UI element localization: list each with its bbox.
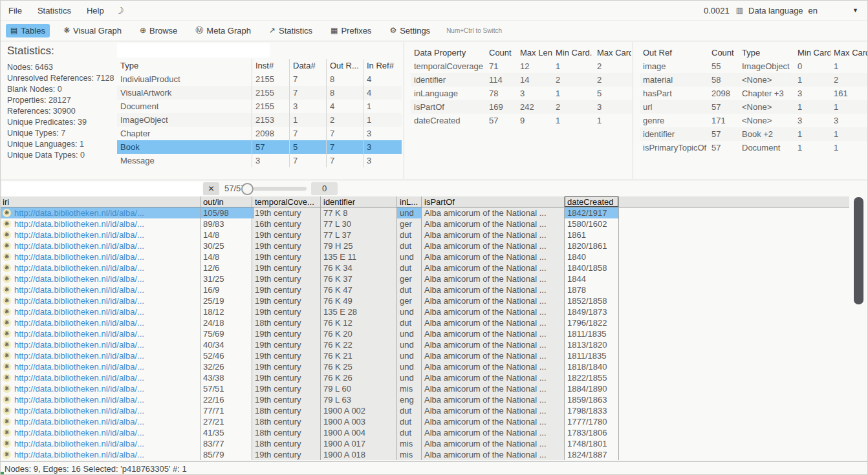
table-row[interactable]: ❋http://data.bibliotheken.nl/id/alba/...… bbox=[1, 218, 849, 229]
table-row[interactable]: ❋http://data.bibliotheken.nl/id/alba/...… bbox=[1, 317, 849, 328]
iri-link[interactable]: http://data.bibliotheken.nl/id/alba/... bbox=[14, 284, 144, 295]
table-row[interactable]: ❋http://data.bibliotheken.nl/id/alba/...… bbox=[1, 361, 849, 372]
iri-link[interactable]: http://data.bibliotheken.nl/id/alba/... bbox=[14, 218, 144, 229]
type-row[interactable]: VisualArtwork2155784 bbox=[117, 86, 402, 100]
date-created-cell: 1822/1855 bbox=[564, 372, 618, 383]
out-ref-row[interactable]: identifier57Book +211 bbox=[640, 127, 867, 141]
iri-link[interactable]: http://data.bibliotheken.nl/id/alba/... bbox=[14, 251, 144, 262]
tab-visual-graph[interactable]: ❋ Visual Graph bbox=[59, 24, 126, 37]
iri-link[interactable]: http://data.bibliotheken.nl/id/alba/... bbox=[14, 273, 144, 284]
table-row[interactable]: ❋http://data.bibliotheken.nl/id/alba/...… bbox=[1, 328, 849, 339]
table-row[interactable]: ❋http://data.bibliotheken.nl/id/alba/...… bbox=[1, 207, 849, 218]
iri-link[interactable]: http://data.bibliotheken.nl/id/alba/... bbox=[14, 262, 144, 273]
web-icon: ❋ bbox=[3, 275, 11, 283]
column-header[interactable]: dateCreated bbox=[564, 196, 618, 207]
iri-link[interactable]: http://data.bibliotheken.nl/id/alba/... bbox=[14, 372, 144, 383]
iri-link[interactable]: http://data.bibliotheken.nl/id/alba/... bbox=[14, 240, 144, 251]
table-row[interactable]: ❋http://data.bibliotheken.nl/id/alba/...… bbox=[1, 416, 849, 427]
table-row[interactable]: ❋http://data.bibliotheken.nl/id/alba/...… bbox=[1, 295, 849, 306]
table-row[interactable]: ❋http://data.bibliotheken.nl/id/alba/...… bbox=[1, 240, 849, 251]
menu-help[interactable]: Help bbox=[87, 6, 104, 16]
tab-prefixes[interactable]: ▦ Prefixes bbox=[326, 24, 376, 37]
table-row[interactable]: ❋http://data.bibliotheken.nl/id/alba/...… bbox=[1, 229, 849, 240]
type-row[interactable]: Chapter2098773 bbox=[117, 127, 402, 140]
table-row[interactable]: ❋http://data.bibliotheken.nl/id/alba/...… bbox=[1, 427, 849, 438]
column-header[interactable]: iri bbox=[1, 196, 200, 207]
iri-link[interactable]: http://data.bibliotheken.nl/id/alba/... bbox=[14, 361, 144, 372]
tab-tables[interactable]: ▤ Tables bbox=[6, 24, 50, 37]
filter-input[interactable] bbox=[2, 182, 202, 196]
out-ref-row[interactable]: url57<None>11 bbox=[640, 100, 867, 114]
iri-link[interactable]: http://data.bibliotheken.nl/id/alba/... bbox=[14, 339, 144, 350]
table-row[interactable]: ❋http://data.bibliotheken.nl/id/alba/...… bbox=[1, 306, 849, 317]
type-row[interactable]: Document2155341 bbox=[117, 100, 402, 113]
out-ref-row[interactable]: hasPart2098Chapter +33161 bbox=[640, 87, 867, 100]
type-cell: 57 bbox=[252, 140, 289, 154]
tab-settings[interactable]: ⚙ Settings bbox=[385, 24, 435, 37]
out-ref-row[interactable]: image55ImageObject01 bbox=[640, 59, 867, 73]
out-ref-row[interactable]: genre171<None>33 bbox=[640, 114, 867, 127]
menu-file[interactable]: File bbox=[8, 6, 22, 16]
table-row[interactable]: ❋http://data.bibliotheken.nl/id/alba/...… bbox=[1, 383, 849, 394]
column-header[interactable]: inL... bbox=[396, 196, 421, 207]
data-property-row[interactable]: inLanguage78315 bbox=[411, 87, 632, 100]
type-row[interactable]: IndiviualProduct2155784 bbox=[117, 72, 402, 86]
type-row[interactable]: ImageObject2153121 bbox=[117, 113, 402, 127]
tab-browse[interactable]: ⊕ Browse bbox=[135, 24, 182, 37]
table-row[interactable]: ❋http://data.bibliotheken.nl/id/alba/...… bbox=[1, 405, 849, 416]
type-row[interactable]: Book57573 bbox=[117, 140, 402, 154]
table-row[interactable]: ❋http://data.bibliotheken.nl/id/alba/...… bbox=[1, 284, 849, 295]
iri-link[interactable]: http://data.bibliotheken.nl/id/alba/... bbox=[14, 306, 144, 317]
iri-link[interactable]: http://data.bibliotheken.nl/id/alba/... bbox=[14, 328, 144, 339]
data-language-value[interactable]: en bbox=[808, 6, 818, 16]
table-row[interactable]: ❋http://data.bibliotheken.nl/id/alba/...… bbox=[1, 438, 849, 449]
slider-handle[interactable] bbox=[241, 183, 254, 195]
type-search-input[interactable] bbox=[117, 43, 270, 58]
table-row[interactable]: ❋http://data.bibliotheken.nl/id/alba/...… bbox=[1, 449, 849, 460]
table-row[interactable]: ❋http://data.bibliotheken.nl/id/alba/...… bbox=[1, 273, 849, 284]
vertical-scrollbar[interactable] bbox=[854, 197, 863, 304]
statistics-item: References: 30900 bbox=[7, 106, 114, 117]
iri-link[interactable]: http://data.bibliotheken.nl/id/alba/... bbox=[14, 438, 144, 449]
iri-link[interactable]: http://data.bibliotheken.nl/id/alba/... bbox=[14, 405, 144, 416]
iri-link[interactable]: http://data.bibliotheken.nl/id/alba/... bbox=[14, 317, 144, 328]
table-row[interactable]: ❋http://data.bibliotheken.nl/id/alba/...… bbox=[1, 394, 849, 405]
iri-link[interactable]: http://data.bibliotheken.nl/id/alba/... bbox=[14, 416, 144, 427]
type-cell: 2098 bbox=[252, 127, 289, 140]
type-row[interactable]: Message3773 bbox=[117, 154, 402, 167]
clear-filter-button[interactable]: ✕ bbox=[203, 182, 219, 195]
iri-link[interactable]: http://data.bibliotheken.nl/id/alba/... bbox=[14, 394, 144, 405]
type-cell: 2155 bbox=[252, 100, 289, 113]
column-header[interactable]: out/in bbox=[200, 196, 252, 207]
menu-statistics[interactable]: Statistics bbox=[38, 6, 71, 16]
offset-spinner[interactable]: 0 bbox=[311, 182, 338, 195]
web-icon: ❋ bbox=[3, 209, 11, 217]
column-header[interactable]: isPartOf bbox=[421, 196, 564, 207]
table-row[interactable]: ❋http://data.bibliotheken.nl/id/alba/...… bbox=[1, 251, 849, 262]
temporal-coverage-cell: 19th century bbox=[252, 262, 320, 273]
tab-statistics[interactable]: ↗ Statistics bbox=[265, 24, 317, 37]
iri-link[interactable]: http://data.bibliotheken.nl/id/alba/... bbox=[14, 383, 144, 394]
column-header[interactable]: temporalCove... bbox=[252, 196, 320, 207]
iri-link[interactable]: http://data.bibliotheken.nl/id/alba/... bbox=[14, 207, 144, 218]
data-property-row[interactable]: identifier1141422 bbox=[411, 73, 632, 87]
slider-track[interactable] bbox=[254, 187, 307, 191]
iri-link[interactable]: http://data.bibliotheken.nl/id/alba/... bbox=[14, 350, 144, 361]
column-header[interactable]: identifier bbox=[320, 196, 396, 207]
iri-link[interactable]: http://data.bibliotheken.nl/id/alba/... bbox=[14, 229, 144, 240]
chevron-down-icon[interactable]: ▼ bbox=[852, 7, 858, 14]
out-ref-row[interactable]: material58<None>12 bbox=[640, 73, 867, 87]
iri-link[interactable]: http://data.bibliotheken.nl/id/alba/... bbox=[14, 427, 144, 438]
tab-meta-graph[interactable]: Ⓜ Meta Graph bbox=[191, 23, 255, 38]
moon-icon[interactable]: ☽ bbox=[114, 4, 125, 16]
data-property-row[interactable]: isPartOf16924223 bbox=[411, 100, 632, 114]
data-property-row[interactable]: temporalCoverage711212 bbox=[411, 59, 632, 73]
table-row[interactable]: ❋http://data.bibliotheken.nl/id/alba/...… bbox=[1, 350, 849, 361]
out-ref-row[interactable]: isPrimaryTopicOf57Document11 bbox=[640, 141, 867, 154]
data-property-row[interactable]: dateCreated57911 bbox=[411, 114, 632, 127]
iri-link[interactable]: http://data.bibliotheken.nl/id/alba/... bbox=[14, 295, 144, 306]
table-row[interactable]: ❋http://data.bibliotheken.nl/id/alba/...… bbox=[1, 339, 849, 350]
table-row[interactable]: ❋http://data.bibliotheken.nl/id/alba/...… bbox=[1, 372, 849, 383]
iri-link[interactable]: http://data.bibliotheken.nl/id/alba/... bbox=[14, 449, 144, 460]
table-row[interactable]: ❋http://data.bibliotheken.nl/id/alba/...… bbox=[1, 262, 849, 273]
